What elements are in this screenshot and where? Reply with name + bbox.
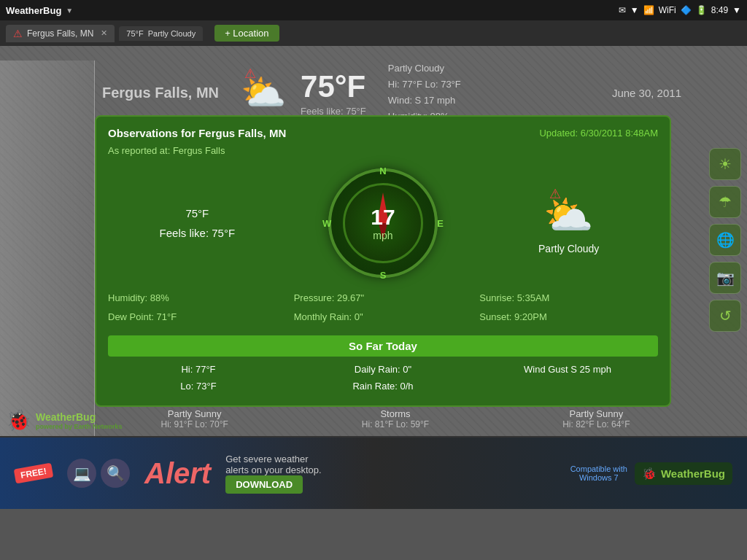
compass-south-label: S bbox=[380, 270, 387, 281]
ad-right: Compatible withWindows 7 🐞 WeatherBug bbox=[570, 462, 732, 485]
ad-free-badge: FREE! bbox=[14, 463, 54, 484]
header-weather-icon: ⚠ ⛅ bbox=[241, 71, 286, 114]
refresh-icon-button[interactable]: ↺ bbox=[709, 300, 741, 332]
bug-icon: 🐞 bbox=[6, 408, 31, 432]
tab-bar: ⚠ Fergus Falls, MN ✕ 75°F Partly Cloudy … bbox=[0, 20, 747, 46]
dropdown-icon[interactable]: ▼ bbox=[66, 7, 73, 15]
wifi-icon: WiFi bbox=[659, 5, 676, 15]
forecast-condition-0: Partly Sunny bbox=[95, 408, 294, 419]
obs-updated: Updated: 6/30/2011 8:48AM bbox=[539, 128, 658, 139]
forecast-hilo-1: Hi: 81°F Lo: 59°F bbox=[295, 419, 495, 429]
tab-condition: 75°F Partly Cloudy bbox=[119, 26, 203, 41]
forecast-item-0: Partly Sunny Hi: 91°F Lo: 70°F bbox=[95, 405, 294, 432]
clock-dropdown-icon: ▼ bbox=[732, 5, 741, 15]
condition-line1: Partly Cloudy bbox=[388, 61, 461, 77]
obs-humidity-col: Humidity: 88% Dew Point: 71°F bbox=[108, 289, 287, 327]
camera-icon-button[interactable]: 📷 bbox=[709, 262, 741, 294]
forecast-item-2: Partly Sunny Hi: 82°F Lo: 64°F bbox=[497, 405, 696, 432]
ad-win7-badge: Compatible withWindows 7 bbox=[570, 464, 627, 482]
forecast-hilo-2: Hi: 82°F Lo: 64°F bbox=[497, 419, 696, 429]
wind-speed-number: 17 bbox=[371, 205, 395, 230]
obs-pressure: Pressure: 29.67" bbox=[294, 289, 473, 308]
obs-reported: As reported at: Fergus Falls bbox=[108, 145, 658, 156]
wind-speed-unit: mph bbox=[371, 230, 395, 241]
compass-section: N S E W 17 mph bbox=[294, 165, 473, 281]
right-icon-panel: ☀ ☂ 🌐 📷 ↺ bbox=[709, 148, 741, 332]
obs-condition-text: Partly Cloudy bbox=[479, 243, 658, 254]
temp-section: 75°F Feels like: 75°F bbox=[301, 69, 366, 117]
compass-north-label: N bbox=[379, 166, 386, 176]
header-date: June 30, 2011 bbox=[612, 87, 681, 99]
compass-west-label: W bbox=[322, 218, 331, 229]
obs-monthly-rain: Monthly Rain: 0" bbox=[294, 308, 473, 327]
forecast-strip: Partly Sunny Hi: 91°F Lo: 70°F Storms Hi… bbox=[95, 405, 696, 432]
sun-icon-button[interactable]: ☀ bbox=[709, 148, 741, 180]
so-far-daily-rain: Daily Rain: 0" bbox=[293, 361, 473, 378]
obs-body: 75°F Feels like: 75°F N S E W bbox=[108, 165, 658, 327]
wb-tagline: powered by Earth Networks bbox=[36, 423, 123, 430]
forecast-condition-1: Storms bbox=[295, 408, 495, 419]
ad-icon-1: 💻 bbox=[67, 459, 96, 488]
ad-bar: FREE! 💻 🔍 Alert Get severe weatheralerts… bbox=[0, 436, 747, 509]
obs-feels-like: Feels like: 75°F bbox=[108, 223, 287, 243]
tab-cond: Partly Cloudy bbox=[148, 29, 196, 38]
so-far-header: So Far Today bbox=[108, 335, 658, 357]
dropdown-icon-mail: ▼ bbox=[630, 5, 639, 15]
umbrella-icon-button[interactable]: ☂ bbox=[709, 186, 741, 218]
header-location: Fergus Falls, MN bbox=[102, 85, 219, 101]
globe-icon-button[interactable]: 🌐 bbox=[709, 224, 741, 256]
ad-alert-text: Alert bbox=[144, 457, 211, 490]
ad-wb-text: WeatherBug bbox=[661, 467, 725, 480]
obs-alert-icon: ⚠ bbox=[549, 186, 561, 202]
observations-card: Observations for Fergus Falls, MN Update… bbox=[95, 115, 671, 407]
bluetooth-icon: 🔷 bbox=[681, 5, 692, 15]
obs-sunset: Sunset: 9:20PM bbox=[479, 308, 658, 327]
obs-title: Observations for Fergus Falls, MN bbox=[108, 127, 286, 139]
status-bar-left: WeatherBug ▼ bbox=[6, 5, 73, 16]
wind-compass: N S E W 17 mph bbox=[325, 165, 441, 281]
ad-wb-logo: 🐞 WeatherBug bbox=[635, 462, 732, 485]
condition-line2: Hi: 77°F Lo: 73°F bbox=[388, 77, 461, 93]
signal-icon: 📶 bbox=[643, 5, 654, 15]
ad-icons: 💻 🔍 bbox=[67, 459, 130, 488]
compass-inner-ring: 17 mph bbox=[343, 183, 423, 263]
obs-sun-col: Sunrise: 5:35AM Sunset: 9:20PM bbox=[479, 289, 658, 327]
forecast-condition-2: Partly Sunny bbox=[497, 408, 696, 419]
clock: 8:49 bbox=[711, 5, 728, 15]
obs-header: Observations for Fergus Falls, MN Update… bbox=[108, 127, 658, 139]
app-title: WeatherBug bbox=[6, 5, 61, 16]
wb-logo-text: WeatherBug bbox=[36, 411, 123, 423]
left-panel-decoration bbox=[0, 61, 95, 440]
add-location-button[interactable]: + Location bbox=[214, 25, 279, 42]
location-tab[interactable]: ⚠ Fergus Falls, MN ✕ bbox=[6, 25, 115, 42]
so-far-wind-gust: Wind Gust S 25 mph bbox=[477, 361, 658, 395]
alert-triangle-icon: ⚠ bbox=[244, 66, 256, 82]
mail-icon: ✉ bbox=[619, 5, 626, 15]
obs-sunrise: Sunrise: 5:35AM bbox=[479, 289, 658, 308]
compass-east-label: E bbox=[437, 218, 444, 229]
weatherbug-logo: 🐞 WeatherBug powered by Earth Networks bbox=[6, 408, 123, 432]
so-far-hi: Hi: 77°F bbox=[108, 361, 289, 378]
obs-humidity: Humidity: 88% bbox=[108, 289, 287, 308]
obs-temp: 75°F bbox=[108, 203, 287, 223]
header-temp: 75°F bbox=[301, 69, 366, 104]
obs-condition-col: ⚠ ⛅ Partly Cloudy bbox=[479, 192, 658, 254]
forecast-item-1: Storms Hi: 81°F Lo: 59°F bbox=[295, 405, 495, 432]
so-far-rain-rate: Rain Rate: 0/h bbox=[293, 378, 473, 394]
compass-outer-ring: N S E W 17 mph bbox=[328, 168, 438, 278]
ad-bug-icon: 🐞 bbox=[642, 467, 657, 481]
tab-location-name: Fergus Falls, MN bbox=[27, 28, 93, 39]
ad-icon-2: 🔍 bbox=[101, 459, 130, 488]
tab-close-button[interactable]: ✕ bbox=[101, 28, 107, 38]
ad-download-button[interactable]: DOWNLOAD bbox=[225, 475, 303, 494]
condition-line3: Wind: S 17 mph bbox=[388, 93, 461, 109]
tab-temp: 75°F bbox=[126, 29, 143, 38]
status-bar-right: ✉ ▼ 📶 WiFi 🔷 🔋 8:49 ▼ bbox=[619, 5, 741, 15]
obs-temp-col: 75°F Feels like: 75°F bbox=[108, 203, 287, 243]
ad-sub-text: Get severe weatheralerts on your desktop… bbox=[225, 454, 322, 475]
status-bar: WeatherBug ▼ ✉ ▼ 📶 WiFi 🔷 🔋 8:49 ▼ bbox=[0, 0, 747, 20]
main-content: ☀ ☂ 🌐 📷 ↺ Fergus Falls, MN ⚠ ⛅ 75°F Feel… bbox=[0, 46, 747, 509]
obs-weather-icon: ⚠ ⛅ bbox=[543, 192, 594, 239]
so-far-rain: Daily Rain: 0" Rain Rate: 0/h bbox=[293, 361, 473, 395]
so-far-hi-lo: Hi: 77°F Lo: 73°F bbox=[108, 361, 289, 395]
